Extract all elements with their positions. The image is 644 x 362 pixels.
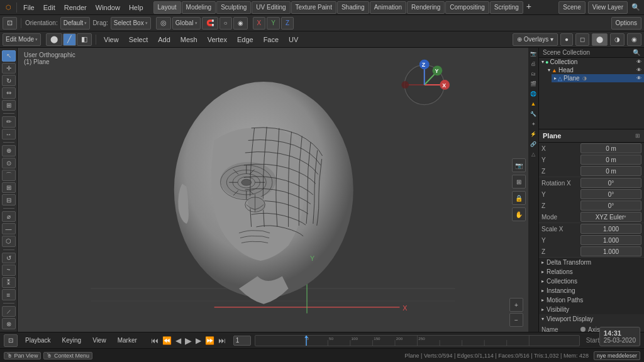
knife-tool[interactable]: ⌀ [2,211,16,222]
randomize-tool[interactable]: ⁑ [2,277,16,288]
collections-header[interactable]: ▸ Collections [539,277,644,286]
vertex-menu[interactable]: Vertex [204,35,231,45]
view-layer-props-icon[interactable]: 🗂 [529,69,538,78]
output-props-icon[interactable]: 🖨 [529,59,538,68]
timeline-keying-menu[interactable]: Keying [58,336,86,345]
modifier-props-icon[interactable]: 🔧 [529,109,538,118]
play-btn[interactable]: ▶ [184,336,193,346]
props-expand-icon[interactable]: ⊞ [635,133,640,139]
measure-tool[interactable]: ↔ [2,129,16,140]
location-z-value[interactable]: 0 m [580,166,641,176]
location-x-value[interactable]: 0 m [580,143,641,153]
shading-wire-btn[interactable]: ◻ [575,33,589,46]
inset-tool[interactable]: ⊙ [2,158,16,169]
spin-tool[interactable]: ↺ [2,253,16,264]
physics-props-icon[interactable]: ⚡ [529,129,538,138]
rotation-x-value[interactable]: 0° [580,178,641,188]
step-fwd-btn[interactable]: ▶ [194,336,203,345]
edge-menu[interactable]: Edge [233,35,257,45]
axis-y-btn[interactable]: Y [267,17,280,30]
zoom-in-btn[interactable]: + [509,298,523,312]
bevel-tool[interactable]: ⌒ [2,170,16,181]
scene-selector[interactable]: Scene [558,1,585,14]
options-btn[interactable]: Options [611,17,641,30]
workspace-tab-modeling[interactable]: Modeling [182,1,216,14]
workspace-tab-texture-paint[interactable]: Texture Paint [291,1,336,14]
mode-dropdown[interactable]: Edit Mode ▾ [3,33,41,46]
transform-pivot-btn[interactable]: ◎ [156,17,171,30]
search-icon[interactable]: 🔍 [630,2,641,13]
proportional-falloff-btn[interactable]: ◉ [233,17,248,30]
scale-tool[interactable]: ⇔ [2,87,16,99]
world-props-icon[interactable]: 🌐 [529,89,538,98]
cursor-tool[interactable]: ↖ [2,50,16,62]
smooth-tool[interactable]: ~ [2,265,16,276]
timeline-playback-menu[interactable]: Playback [21,336,55,345]
rotation-mode-dropdown[interactable]: XYZ Euler ▾ [580,212,641,222]
viewport[interactable]: User Orthographic (1) Plane [18,48,528,332]
axis-z-btn[interactable]: Z [281,17,294,30]
face-select-btn[interactable]: ◧ [77,33,92,46]
data-props-icon[interactable]: △ [529,150,538,158]
eye-visibility-icon[interactable]: 👁 [636,59,641,65]
uv-menu[interactable]: UV [285,35,302,45]
outliner-item-collection[interactable]: ▾ ● Collection 👁 [539,58,644,66]
scene-props-icon[interactable]: 🎬 [529,79,538,88]
menu-help[interactable]: Help [125,3,147,13]
rotate-tool[interactable]: ↻ [2,75,16,86]
add-menu[interactable]: Add [154,35,174,45]
menu-render[interactable]: Render [60,3,91,13]
transform-tool[interactable]: ⊞ [2,100,16,111]
menu-edit[interactable]: Edit [40,3,59,13]
constraints-props-icon[interactable]: 🔗 [529,140,538,148]
motion-paths-header[interactable]: ▸ Motion Paths [539,295,644,305]
jump-end-btn[interactable]: ⏭ [217,336,227,345]
outliner-item-head[interactable]: ▾ ▲ Head 👁 [545,66,644,74]
transform-mode-dropdown[interactable]: Global ▾ [172,17,201,30]
grid-view-btn[interactable]: ⊞ [512,175,526,189]
workspace-tab-rendering[interactable]: Rendering [407,1,445,14]
menu-file[interactable]: File [19,3,38,13]
vertex-select-btn[interactable]: ⬤ [46,33,62,46]
particles-props-icon[interactable]: ✦ [529,119,538,128]
drag-dropdown[interactable]: Select Box ▾ [111,17,151,30]
instancing-header[interactable]: ▸ Instancing [539,286,644,295]
view-layer-selector[interactable]: View Layer [588,1,628,14]
shading-solid-btn[interactable]: ⬤ [592,33,608,46]
timeline-editor-type[interactable]: ⊡ [4,334,18,347]
editor-type-btn[interactable]: ⊡ [3,17,17,30]
location-y-value[interactable]: 0 m [580,155,641,165]
pan-view-btn[interactable]: ✋ [512,207,526,221]
view-menu[interactable]: View [100,35,123,45]
render-props-icon[interactable]: 📷 [529,49,538,58]
axis-x-btn[interactable]: X [253,17,266,30]
outliner-filter-icon[interactable]: 🔍 [633,49,640,56]
menu-window[interactable]: Window [92,3,124,13]
sphere-project-tool[interactable]: ⊗ [2,318,16,329]
eye-visibility-plane[interactable]: 👁 [636,75,641,81]
shading-vertex-btn[interactable]: ● [560,33,573,46]
timeline-view-menu[interactable]: View [89,336,110,345]
lock-view-btn[interactable]: 🔒 [512,191,526,205]
extrude-tool[interactable]: ⊕ [2,145,16,156]
relations-header[interactable]: ▸ Relations [539,267,644,277]
current-frame-input[interactable]: 1 [233,336,251,346]
jump-prev-key-btn[interactable]: ⏪ [161,336,173,345]
eye-visibility-head[interactable]: 👁 [636,67,641,73]
shading-render-btn[interactable]: ◉ [627,33,641,46]
select-menu[interactable]: Select [125,35,152,45]
step-back-btn[interactable]: ◀ [174,336,182,345]
snap-btn[interactable]: 🧲 [202,17,218,30]
camera-view-btn[interactable]: 📷 [512,158,526,172]
workspace-tab-shading[interactable]: Shading [337,1,369,14]
edge-slide-tool[interactable]: ≡ [2,289,16,300]
orientation-dropdown[interactable]: Default ▾ [60,17,91,30]
loop-cut-tool[interactable]: ⊞ [2,182,16,194]
bisect-tool[interactable]: — [2,223,16,234]
delta-transform-header[interactable]: ▸ Delta Transform [539,258,644,267]
scale-y-value[interactable]: 1.000 [580,235,641,245]
poly-build-tool[interactable]: ⬡ [2,236,16,247]
object-props-icon[interactable]: ▲ [529,99,538,108]
shading-material-btn[interactable]: ◑ [610,33,625,46]
workspace-tab-scripting[interactable]: Scripting [490,1,523,14]
